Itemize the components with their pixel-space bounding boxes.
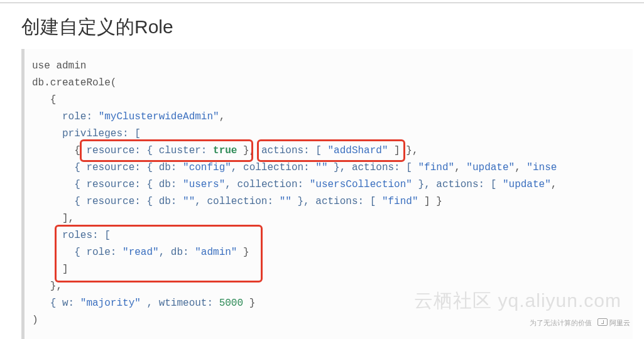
code-token: }	[237, 145, 249, 156]
code-token: { resource: { db:	[32, 162, 183, 173]
code-token: privileges: [	[32, 128, 141, 139]
code-string: "usersCollection"	[310, 179, 412, 190]
code-token: role:	[32, 111, 99, 122]
code-string: "update"	[503, 179, 551, 190]
code-token: }	[243, 298, 255, 309]
code-line: ]	[32, 264, 68, 275]
code-token: {	[32, 145, 86, 156]
code-string: ""	[280, 196, 292, 207]
code-token: , collection:	[195, 196, 279, 207]
code-string: "update"	[466, 162, 515, 173]
code-token: ,	[219, 111, 226, 122]
code-string: ""	[315, 162, 327, 173]
code-string: "inse	[527, 162, 557, 173]
code-line: ],	[32, 213, 74, 224]
code-token: { resource: { db:	[32, 196, 183, 207]
page-title: 创建自定义的Role	[21, 14, 644, 40]
code-token: }	[237, 247, 249, 258]
code-string: ""	[183, 196, 195, 207]
footer-tagline: 为了无法计算的价值	[530, 319, 592, 326]
code-token: ] }	[418, 196, 442, 207]
code-token: resource: { cluster:	[86, 145, 213, 156]
code-token: ,	[551, 179, 557, 190]
code-string: "find"	[418, 162, 455, 173]
code-token: ,	[249, 145, 261, 156]
code-block: use admin db.createRole( { role: "myClus…	[21, 49, 633, 339]
code-true: true	[213, 145, 237, 156]
code-line: },	[32, 281, 62, 292]
code-string: "find"	[382, 196, 418, 207]
code-token: }, actions: [	[292, 196, 382, 207]
code-token: }, actions: [	[327, 162, 418, 173]
code-line: use admin	[32, 60, 86, 72]
code-token: },	[400, 145, 418, 156]
code-token: , wtimeout:	[141, 298, 219, 309]
code-token: , db:	[159, 247, 195, 258]
brand-text: 阿里云	[609, 319, 630, 326]
footer: 为了无法计算的价值 阿里云	[530, 318, 630, 328]
code-line: {	[32, 94, 56, 105]
top-divider	[0, 3, 644, 3]
code-string: "admin"	[195, 247, 237, 258]
code-string: "config"	[183, 162, 231, 173]
code-token: { role:	[32, 247, 123, 258]
code-token: ]	[388, 145, 400, 156]
code-token: , collection:	[225, 179, 309, 190]
aliyun-icon	[598, 318, 608, 326]
code-token: }, actions: [	[412, 179, 503, 190]
code-token: ,	[454, 162, 466, 173]
code-line: db.createRole(	[32, 77, 116, 89]
code-string: "majority"	[80, 298, 141, 309]
code-string: "read"	[123, 247, 159, 258]
code-string: "users"	[183, 179, 225, 190]
code-line: )	[32, 315, 38, 326]
code-token: , collection:	[231, 162, 315, 173]
code-string: "myClusterwideAdmin"	[99, 111, 219, 122]
code-string: "addShard"	[328, 145, 388, 156]
code-number: 5000	[219, 298, 243, 309]
code-token: { w:	[32, 298, 80, 309]
footer-brand: 阿里云	[598, 318, 630, 328]
code-token: ,	[515, 162, 527, 173]
code-token: actions: [	[261, 145, 328, 156]
code-token: { resource: { db:	[32, 179, 183, 190]
code-token: roles: [	[32, 230, 111, 241]
